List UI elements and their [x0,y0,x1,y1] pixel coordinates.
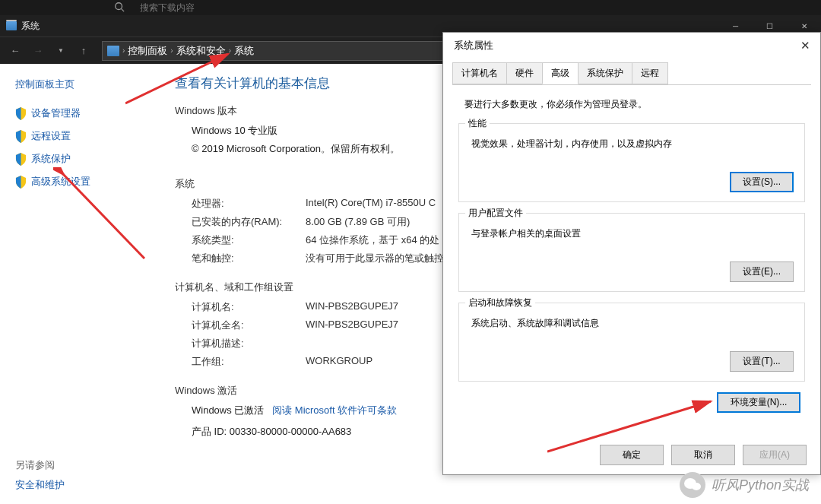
environment-variables-button[interactable]: 环境变量(N)... [717,392,800,413]
license-terms-link[interactable]: 阅读 Microsoft 软件许可条款 [272,404,397,416]
svg-point-0 [116,2,122,9]
breadcrumb-item[interactable]: 系统和安全 [176,44,226,58]
breadcrumb-item[interactable]: 系统 [234,44,254,58]
label: 处理器: [192,197,306,211]
group-desc: 视觉效果，处理器计划，内存使用，以及虚拟内存 [471,138,794,151]
ok-button[interactable]: 确定 [600,445,664,465]
sidebar-item-remote[interactable]: 远程设置 [15,129,144,143]
dialog-footer: 确定 取消 应用(A) [600,445,807,465]
tab-system-protection[interactable]: 系统保护 [578,62,632,84]
group-performance: 性能 视觉效果，处理器计划，内存使用，以及虚拟内存 设置(S)... [458,123,805,202]
sidebar-item-advanced[interactable]: 高级系统设置 [15,175,144,189]
system-icon [6,21,17,30]
tab-remote[interactable]: 远程 [632,62,668,84]
watermark-text: 听风Python实战 [712,476,809,494]
value: 00330-80000-00000-AA683 [230,426,351,437]
sidebar-footer-link[interactable]: 安全和维护 [15,479,65,490]
shield-icon [15,130,27,143]
sidebar-item-label: 高级系统设置 [31,175,90,189]
dialog-close-button[interactable]: ✕ [797,39,813,52]
label: 计算机描述: [192,337,306,350]
recent-button[interactable]: ▼ [52,42,70,60]
breadcrumb-item[interactable]: 控制面板 [128,44,167,58]
chevron-right-icon: › [122,46,125,55]
sidebar-item-device-manager[interactable]: 设备管理器 [15,106,144,120]
wechat-icon [680,472,705,498]
up-button[interactable]: ↑ [74,42,93,60]
window-title: 系统 [21,20,40,33]
value: WIN-PBS2BGUPEJ7 [306,319,398,332]
value: WIN-PBS2BGUPEJ7 [306,300,398,314]
group-startup-recovery: 启动和故障恢复 系统启动、系统故障和调试信息 设置(T)... [458,303,805,382]
value: 64 位操作系统，基于 x64 的处 [306,233,439,247]
search-icon [114,2,125,14]
back-button[interactable]: ← [6,42,24,60]
group-title: 启动和故障恢复 [465,296,535,309]
forward-button[interactable]: → [29,42,47,60]
shield-icon [15,176,27,189]
group-title: 用户配置文件 [465,207,526,220]
svg-line-1 [122,8,125,11]
tab-advanced[interactable]: 高级 [542,62,579,84]
search-placeholder: 搜索下载内容 [140,2,195,14]
sidebar-item-protection[interactable]: 系统保护 [15,152,144,166]
computer-icon [107,46,119,56]
value: 没有可用于此显示器的笔或触控 [306,252,444,265]
sidebar-home-link[interactable]: 控制面板主页 [15,78,144,91]
group-desc: 与登录帐户相关的桌面设置 [471,227,794,240]
group-user-profiles: 用户配置文件 与登录帐户相关的桌面设置 设置(E)... [458,213,805,292]
label: 工作组: [192,355,306,369]
dialog-tabs: 计算机名 硬件 高级 系统保护 远程 [452,62,811,85]
startup-settings-button[interactable]: 设置(T)... [730,351,794,372]
cancel-button[interactable]: 取消 [671,445,735,465]
label: 计算机名: [192,300,306,314]
admin-note: 要进行大多数更改，你必须作为管理员登录。 [464,98,805,111]
sidebar: 控制面板主页 设备管理器 远程设置 系统保护 高级系统设置 另请参阅 安全和维护 [0,64,160,504]
apply-button[interactable]: 应用(A) [743,445,807,465]
system-properties-dialog: 系统属性 ✕ 计算机名 硬件 高级 系统保护 远程 要进行大多数更改，你必须作为… [442,32,821,475]
performance-settings-button[interactable]: 设置(S)... [730,172,794,192]
group-title: 性能 [465,117,490,130]
label: 产品 ID: [192,426,227,437]
value: 8.00 GB (7.89 GB 可用) [306,215,410,229]
label: 已安装的内存(RAM): [192,215,306,229]
label: 笔和触控: [192,252,306,265]
shield-icon [15,107,27,120]
watermark: 听风Python实战 [680,472,809,498]
activation-status: Windows 已激活 [192,404,264,416]
dialog-title: 系统属性 [454,39,493,52]
chevron-right-icon: › [170,46,173,55]
label: 系统类型: [192,233,306,247]
sidebar-item-label: 远程设置 [31,129,71,143]
sidebar-item-label: 系统保护 [31,152,71,166]
shield-icon [15,153,27,166]
user-profiles-settings-button[interactable]: 设置(E)... [730,262,794,282]
group-desc: 系统启动、系统故障和调试信息 [471,317,794,330]
browser-top-strip: 搜索下载内容 [0,0,821,15]
dialog-body: 要进行大多数更改，你必须作为管理员登录。 性能 视觉效果，处理器计划，内存使用，… [443,84,820,426]
tab-computer-name[interactable]: 计算机名 [452,62,507,84]
sidebar-footer-title: 另请参阅 [15,458,65,472]
tab-hardware[interactable]: 硬件 [506,62,543,84]
value: WORKGROUP [306,355,372,369]
sidebar-item-label: 设备管理器 [31,106,81,120]
chevron-right-icon: › [229,46,231,55]
label: 计算机全名: [192,319,306,332]
value: Intel(R) Core(TM) i7-8550U C [306,197,436,211]
sidebar-footer: 另请参阅 安全和维护 [15,458,65,492]
